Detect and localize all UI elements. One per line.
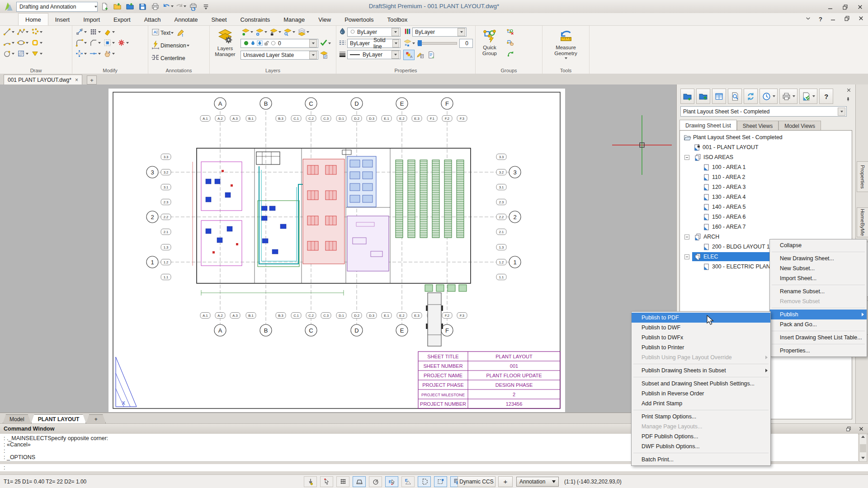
new-sheet-set-button[interactable] bbox=[680, 89, 694, 104]
submenu-item-publish-to-dwf[interactable]: Publish to DWF bbox=[632, 323, 770, 333]
menu-item-rename-subset[interactable]: Rename Subset... bbox=[770, 286, 867, 296]
ribbon-tab-attach[interactable]: Attach bbox=[137, 14, 168, 25]
edit-group-button[interactable] bbox=[505, 38, 515, 47]
modify-pattern-button[interactable] bbox=[88, 27, 102, 37]
panel-tab-model-views[interactable]: Model Views bbox=[778, 121, 821, 131]
undo-button[interactable] bbox=[162, 1, 174, 12]
line-weight-combo[interactable]: ByLayer bbox=[347, 50, 401, 59]
status-toggle-etrack[interactable]: E bbox=[401, 476, 415, 487]
sheet-set-combo[interactable]: Plant Layout Sheet Set - Completed bbox=[680, 106, 847, 117]
ribbon-tab-toolbox[interactable]: Toolbox bbox=[381, 14, 415, 25]
ribbon-tab-home[interactable]: Home bbox=[18, 13, 48, 25]
side-tab-homebyme[interactable]: HomeByMe bbox=[857, 207, 868, 237]
tree-item-001-plant-layout[interactable]: 001 - PLANT LAYOUT bbox=[680, 142, 852, 152]
menu-item-new-drawing-sheet[interactable]: New Drawing Sheet... bbox=[770, 253, 867, 263]
submenu-item-publish-using-page-layout-override[interactable]: Publish Using Page Layout Override bbox=[632, 352, 770, 362]
schedule-button[interactable] bbox=[760, 89, 778, 104]
drawing-canvas[interactable]: AABBCCDDEEFF332211A.1A.1A.2A.2A.3A.3B.1B… bbox=[0, 84, 676, 413]
close-icon[interactable]: × bbox=[75, 77, 78, 83]
modify-move-button[interactable] bbox=[74, 27, 88, 37]
submenu-item-publish-drawing-sheets-in-subset[interactable]: Publish Drawing Sheets in Subset bbox=[632, 366, 770, 375]
add-scale-button[interactable]: + bbox=[498, 476, 513, 487]
submenu-item-subset-and-drawing-sheet-publish-settings[interactable]: Subset and Drawing Sheet Publish Setting… bbox=[632, 379, 770, 389]
submenu-item-publish-in-reverse-order[interactable]: Publish in Reverse Order bbox=[632, 389, 770, 399]
annotation-scale-combo[interactable]: Annotation bbox=[516, 477, 559, 487]
minimize-icon[interactable] bbox=[830, 15, 836, 23]
draw-wipeout-button[interactable] bbox=[30, 49, 43, 58]
tree-item-plant-layout-sheet-set-completed[interactable]: Plant Layout Sheet Set - Completed bbox=[680, 132, 852, 142]
anno-scale-button[interactable]: A bbox=[403, 50, 415, 60]
draw-ellipse-button[interactable] bbox=[16, 38, 29, 47]
close-icon[interactable] bbox=[858, 15, 864, 23]
customize-toolbar-button[interactable] bbox=[200, 1, 212, 12]
submenu-item-manage-page-layouts[interactable]: Manage Page Layouts... bbox=[632, 422, 770, 432]
layers-manager-button[interactable]: Layers Manager bbox=[212, 27, 239, 61]
accept-layer-button[interactable] bbox=[319, 38, 332, 48]
anno-list-button[interactable] bbox=[415, 50, 425, 60]
smart-note-button[interactable]: ! bbox=[175, 28, 186, 38]
line-style-combo[interactable]: ByLayerSolid line bbox=[347, 39, 401, 48]
scroll-up-icon[interactable] bbox=[861, 436, 865, 438]
print-button[interactable] bbox=[149, 1, 161, 12]
draw-circle-button[interactable] bbox=[2, 49, 15, 58]
panel-tab-drawing-sheet-list[interactable]: Drawing Sheet List bbox=[679, 120, 737, 131]
minimize-icon[interactable] bbox=[827, 4, 834, 10]
ribbon-tab-insert[interactable]: Insert bbox=[48, 14, 77, 25]
ribbon-tab-annotate[interactable]: Annotate bbox=[167, 14, 204, 25]
status-toggle-frame[interactable] bbox=[434, 476, 447, 487]
save-button[interactable] bbox=[137, 1, 148, 12]
dynamic-ccs-button[interactable]: Dynamic CCS bbox=[458, 476, 495, 487]
side-tab-properties[interactable]: Properties bbox=[857, 161, 868, 192]
draw-points-button[interactable] bbox=[30, 27, 43, 37]
ribbon-tab-export[interactable]: Export bbox=[107, 14, 137, 25]
status-toggle-polar[interactable] bbox=[369, 476, 382, 487]
status-toggle-snap[interactable] bbox=[304, 476, 317, 487]
redo-button[interactable] bbox=[175, 1, 186, 12]
close-icon[interactable] bbox=[858, 426, 864, 432]
panel-tab-sheet-views[interactable]: Sheet Views bbox=[737, 121, 779, 131]
draw-polyline-button[interactable] bbox=[16, 27, 29, 37]
close-icon[interactable] bbox=[857, 4, 863, 10]
open-file-button[interactable] bbox=[111, 1, 123, 12]
refresh-button[interactable] bbox=[744, 89, 758, 104]
menu-item-properties[interactable]: Properties... bbox=[770, 346, 867, 356]
menu-item-import-sheet[interactable]: Import Sheet... bbox=[770, 273, 867, 283]
submenu-item-batch-print[interactable]: Batch Print... bbox=[632, 455, 770, 465]
ribbon-tab-import[interactable]: Import bbox=[76, 14, 107, 25]
layers-stack-button[interactable] bbox=[297, 27, 310, 37]
text-tool-button[interactable]: AText bbox=[150, 27, 175, 38]
new-layout-tab-button[interactable]: + bbox=[86, 414, 106, 423]
status-toggle-select-cursor[interactable] bbox=[320, 476, 333, 487]
submenu-item-pdf-publish-options[interactable]: PDF Publish Options... bbox=[632, 432, 770, 441]
restore-icon[interactable] bbox=[842, 4, 849, 10]
modify-flip-button[interactable]: A bbox=[102, 49, 116, 58]
float-window-icon[interactable] bbox=[845, 426, 852, 432]
pin-icon[interactable] bbox=[845, 96, 851, 103]
line-color-combo[interactable]: ByLayer bbox=[347, 28, 401, 37]
ribbon-tab-powertools[interactable]: Powertools bbox=[338, 14, 380, 25]
modify-erase-button[interactable] bbox=[102, 27, 116, 37]
submenu-item-publish-to-dwfx[interactable]: Publish to DWFx bbox=[632, 333, 770, 343]
tree-item-150-area-6[interactable]: 150 - AREA 6 bbox=[680, 212, 852, 222]
layout-tab-plant-layout[interactable]: PLANT LAYOUT bbox=[31, 414, 86, 423]
ungroup-button[interactable] bbox=[505, 27, 515, 36]
draw-arc-button[interactable] bbox=[2, 38, 15, 47]
modify-chamfer-button[interactable] bbox=[88, 38, 102, 47]
print-preview-button[interactable] bbox=[728, 89, 742, 104]
publish-button[interactable] bbox=[799, 89, 817, 104]
batch-print-button[interactable] bbox=[187, 1, 199, 12]
active-layer-combo[interactable]: 0 bbox=[241, 39, 318, 48]
quick-group-button[interactable]: Quick Group bbox=[477, 27, 502, 57]
submenu-item-publish-to-pdf[interactable]: Publish to PDF bbox=[632, 313, 770, 323]
modify-offset-button[interactable] bbox=[102, 38, 116, 47]
menu-item-remove-subset[interactable]: Remove Subset bbox=[770, 296, 867, 306]
modify-powertrim-button[interactable] bbox=[116, 38, 130, 47]
ribbon-tab-constraints[interactable]: Constraints bbox=[234, 14, 277, 25]
tree-item-iso-areas[interactable]: ISO AREAS bbox=[680, 152, 852, 162]
tree-item-130-area-4[interactable]: 130 - AREA 4 bbox=[680, 192, 852, 202]
collapse-icon[interactable] bbox=[684, 235, 689, 239]
anno-page-button[interactable] bbox=[426, 50, 436, 60]
tree-item-140-area-5[interactable]: 140 - AREA 5 bbox=[680, 202, 852, 212]
status-toggle-esnap[interactable]: E bbox=[385, 476, 398, 487]
tree-item-110-area-2[interactable]: 110 - AREA 2 bbox=[680, 172, 852, 182]
